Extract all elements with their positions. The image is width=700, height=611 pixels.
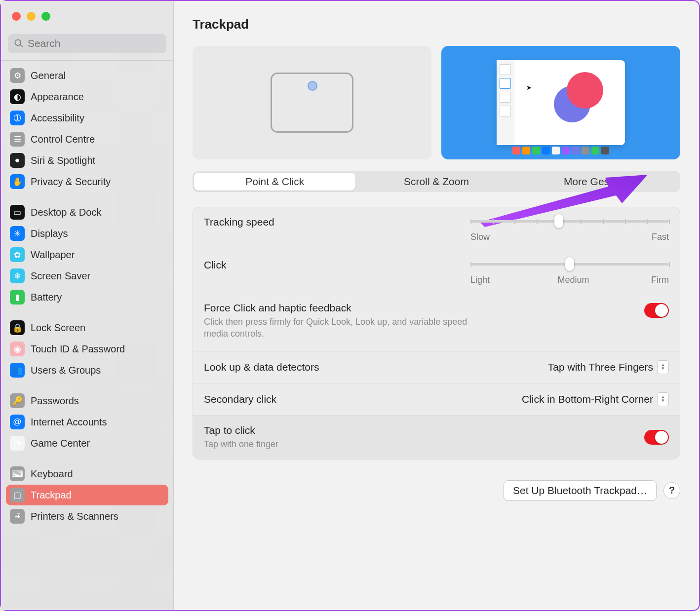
sidebar-item-label: Touch ID & Password: [31, 344, 125, 355]
row-tap-to-click: Tap to click Tap with one finger: [193, 416, 680, 459]
help-button[interactable]: ?: [663, 482, 680, 499]
sidebar-item-game-center[interactable]: ◔Game Center: [6, 433, 168, 454]
sidebar-item-printers-scanners[interactable]: 🖨Printers & Scanners: [6, 506, 168, 527]
sidebar-item-label: Desktop & Dock: [31, 207, 101, 218]
trackpad-icon: ▢: [10, 488, 25, 502]
sidebar-item-lock-screen[interactable]: 🔒Lock Screen: [6, 317, 168, 338]
sidebar-item-internet-accounts[interactable]: @Internet Accounts: [6, 412, 168, 432]
battery-icon: ▮: [10, 290, 25, 305]
page-title: Trackpad: [193, 17, 680, 32]
sidebar-item-users-groups[interactable]: 👥Users & Groups: [6, 360, 168, 381]
sidebar-item-label: Printers & Scanners: [31, 511, 118, 522]
sidebar-item-battery[interactable]: ▮Battery: [6, 287, 168, 307]
secondary-click-select[interactable]: Click in Bottom-Right Corner ▲▼: [522, 392, 669, 406]
sidebar-item-label: Siri & Spotlight: [31, 155, 95, 166]
slider-knob[interactable]: [554, 214, 563, 228]
sidebar-item-screen-saver[interactable]: ❄Screen Saver: [6, 266, 168, 286]
sidebar-item-label: Screen Saver: [31, 270, 90, 282]
bottom-button-row: Set Up Bluetooth Trackpad… ?: [193, 480, 680, 501]
trackpad-preview: [193, 46, 431, 159]
row-click-strength: Click Light Medium Firm: [193, 250, 680, 293]
preview-row: ➤: [193, 46, 680, 159]
tab-more-gestures[interactable]: More Gestures: [517, 173, 679, 191]
displays-icon: ✳: [10, 226, 25, 241]
wallpaper-icon: ✿: [10, 247, 25, 262]
tracking-speed-slider[interactable]: [470, 220, 669, 223]
sidebar-item-general[interactable]: ⚙General: [6, 65, 168, 86]
sidebar-item-desktop-dock[interactable]: ▭Desktop & Dock: [6, 202, 168, 223]
tab-segmented-control: Point & Click Scroll & Zoom More Gesture…: [193, 171, 680, 192]
slider-knob[interactable]: [565, 257, 574, 271]
lookup-select[interactable]: Tap with Three Fingers ▲▼: [548, 360, 669, 374]
sidebar-item-label: Wallpaper: [31, 249, 75, 261]
sidebar-item-label: Lock Screen: [31, 322, 85, 334]
sidebar-item-trackpad[interactable]: ▢Trackpad: [6, 485, 168, 505]
search-icon: [14, 38, 24, 49]
sidebar-item-label: Users & Groups: [31, 365, 101, 376]
setup-bluetooth-button[interactable]: Set Up Bluetooth Trackpad…: [504, 480, 657, 501]
mini-dock: [512, 147, 609, 154]
sidebar-item-wallpaper[interactable]: ✿Wallpaper: [6, 244, 168, 265]
cursor-icon: ➤: [526, 84, 532, 91]
secondary-click-value: Click in Bottom-Right Corner: [522, 393, 653, 405]
lookup-label: Look up & data detectors: [204, 361, 319, 373]
sidebar-item-accessibility[interactable]: ➀Accessibility: [6, 108, 168, 128]
sidebar-item-label: Keyboard: [31, 468, 73, 480]
sidebar-list: ⚙General◐Appearance➀Accessibility☰Contro…: [1, 65, 173, 610]
click-strength-slider[interactable]: [470, 263, 669, 266]
maximize-window-button[interactable]: [41, 12, 50, 21]
stepper-icon: ▲▼: [657, 392, 669, 406]
lookup-value: Tap with Three Fingers: [548, 361, 653, 373]
passwords-icon: 🔑: [10, 393, 25, 408]
sidebar-item-control-centre[interactable]: ☰Control Centre: [6, 129, 168, 150]
sidebar-item-siri-spotlight[interactable]: ●Siri & Spotlight: [6, 150, 168, 171]
slider-min-label: Slow: [470, 232, 490, 242]
sidebar-item-label: Appearance: [31, 91, 84, 103]
desktop-dock-icon: ▭: [10, 205, 25, 220]
search-input[interactable]: [28, 38, 160, 49]
trackpad-icon: [271, 73, 353, 133]
sidebar-item-touch-id-password[interactable]: ◉Touch ID & Password: [6, 339, 168, 359]
sidebar-item-label: Internet Accounts: [31, 417, 107, 428]
slider-mid-label: Medium: [558, 275, 589, 285]
force-click-sub: Click then press firmly for Quick Look, …: [204, 316, 490, 340]
force-click-toggle[interactable]: [644, 303, 669, 318]
sidebar-item-privacy-security[interactable]: ✋Privacy & Security: [6, 171, 168, 192]
tap-to-click-toggle[interactable]: [644, 430, 669, 445]
system-settings-window: ⚙General◐Appearance➀Accessibility☰Contro…: [0, 0, 700, 611]
sidebar-item-label: Trackpad: [31, 490, 72, 501]
sidebar-item-label: Battery: [31, 292, 62, 303]
search-field[interactable]: [8, 34, 166, 53]
stepper-icon: ▲▼: [657, 360, 669, 374]
slider-max-label: Firm: [651, 275, 669, 285]
sidebar-item-label: Displays: [31, 228, 68, 239]
sidebar-item-label: Privacy & Security: [31, 176, 111, 188]
tab-point-and-click[interactable]: Point & Click: [194, 173, 355, 191]
minimize-window-button[interactable]: [27, 12, 36, 21]
game-center-icon: ◔: [10, 436, 25, 451]
general-icon: ⚙: [10, 68, 25, 83]
touch-id-password-icon: ◉: [10, 342, 25, 356]
internet-accounts-icon: @: [10, 415, 25, 429]
gesture-preview: ➤: [441, 46, 680, 159]
sidebar-item-passwords[interactable]: 🔑Passwords: [6, 390, 168, 411]
row-lookup: Look up & data detectors Tap with Three …: [193, 351, 680, 383]
tap-to-click-sub: Tap with one finger: [204, 438, 669, 450]
slider-min-label: Light: [470, 275, 490, 285]
sidebar-item-label: Passwords: [31, 395, 79, 407]
close-window-button[interactable]: [12, 12, 21, 21]
window-controls: [1, 12, 173, 21]
tap-to-click-label: Tap to click: [204, 424, 669, 436]
force-click-label: Force Click and haptic feedback: [204, 302, 669, 314]
sidebar-item-label: General: [31, 70, 66, 81]
accessibility-icon: ➀: [10, 111, 25, 125]
tab-scroll-and-zoom[interactable]: Scroll & Zoom: [355, 173, 517, 191]
row-force-click: Force Click and haptic feedback Click th…: [193, 293, 680, 351]
sidebar-item-keyboard[interactable]: ⌨Keyboard: [6, 463, 168, 484]
screen-saver-icon: ❄: [10, 268, 25, 283]
main-content: Trackpad ➤: [174, 1, 699, 610]
sidebar-item-appearance[interactable]: ◐Appearance: [6, 86, 168, 107]
sidebar-item-displays[interactable]: ✳Displays: [6, 223, 168, 244]
sidebar-divider: [1, 60, 173, 61]
sidebar-item-label: Accessibility: [31, 113, 84, 124]
